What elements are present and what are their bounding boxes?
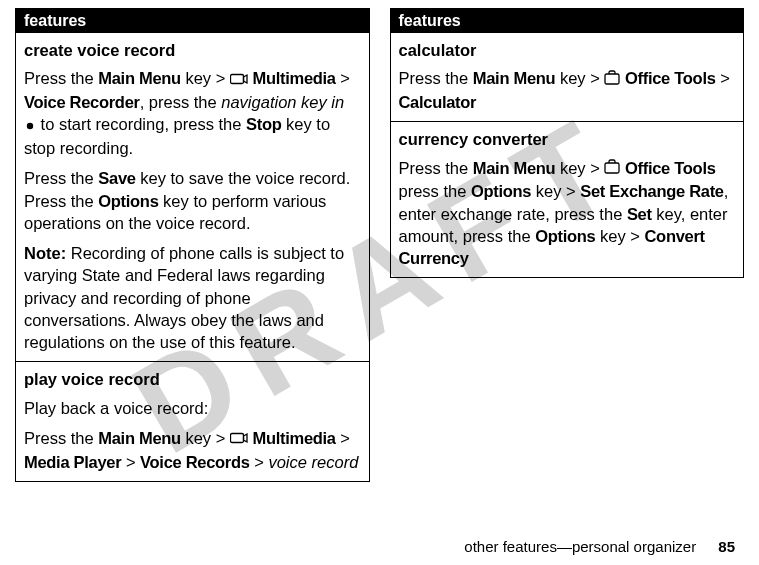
text-run: > [336,69,350,87]
right-column: features calculatorPress the Main Menu k… [390,8,745,278]
feature-cell: currency converterPress the Main Menu ke… [391,122,744,278]
feature-paragraph: Press the Save key to save the voice rec… [24,167,361,234]
text-run: navigation key in [221,93,344,111]
text-run: > [250,453,269,471]
page-number: 85 [718,538,735,555]
svg-rect-3 [605,74,619,84]
text-run: Main Menu [98,69,181,87]
text-run: Multimedia [253,429,336,447]
text-run: key > [181,69,230,87]
text-run: Press the [24,429,98,447]
right-header: features [391,9,744,33]
svg-rect-4 [605,163,619,173]
right-cells: calculatorPress the Main Menu key > Offi… [391,33,744,278]
text-run: Stop [246,115,281,133]
svg-point-1 [27,123,33,129]
left-header: features [16,9,369,33]
feature-title: calculator [399,39,736,61]
multimedia-icon [230,428,248,450]
feature-paragraph: Press the Main Menu key > Office Tools >… [399,67,736,113]
text-run: Play back a voice record: [24,399,208,417]
text-run: key > [531,182,580,200]
text-run: Press the [24,169,98,187]
text-run: Office Tools [625,159,716,177]
svg-rect-0 [230,74,243,83]
text-run: press the [399,182,471,200]
feature-title: play voice record [24,368,361,390]
feature-cell: calculatorPress the Main Menu key > Offi… [391,33,744,122]
feature-paragraph: Play back a voice record: [24,397,361,419]
text-run: Press the [399,159,473,177]
feature-paragraph: Press the Main Menu key > Multimedia > V… [24,67,361,159]
office-icon [604,158,620,180]
page-footer: other features—personal organizer 85 [464,538,735,555]
text-run: Main Menu [98,429,181,447]
text-run: Save [98,169,135,187]
text-run: Set [627,205,652,223]
text-run: Main Menu [473,69,556,87]
dot-icon [24,115,36,137]
text-run: Press the [24,69,98,87]
feature-paragraph: Press the Main Menu key > Multimedia > M… [24,427,361,473]
text-run: Main Menu [473,159,556,177]
text-run: Options [535,227,595,245]
feature-cell: play voice recordPlay back a voice recor… [16,362,369,482]
text-run: key > [181,429,230,447]
text-run: Voice Recorder [24,93,140,111]
text-run: key > [555,69,604,87]
text-run: Calculator [399,93,477,111]
text-run: to start recording, press the [36,115,246,133]
text-run: key > [555,159,604,177]
office-icon [604,69,620,91]
feature-title: create voice record [24,39,361,61]
text-run: Media Player [24,453,121,471]
text-run: Recording of phone calls is subject to v… [24,244,344,351]
left-column: features create voice recordPress the Ma… [15,8,370,482]
text-run: key > [595,227,644,245]
text-run: Options [98,192,158,210]
text-run: > [716,69,730,87]
text-run: , press the [140,93,222,111]
text-run: Voice Records [140,453,250,471]
text-run: Note: [24,244,66,262]
text-run: > [121,453,140,471]
text-run: Office Tools [625,69,716,87]
feature-cell: create voice recordPress the Main Menu k… [16,33,369,362]
two-column-layout: features create voice recordPress the Ma… [15,8,744,482]
multimedia-icon [230,69,248,91]
left-cells: create voice recordPress the Main Menu k… [16,33,369,482]
text-run: Options [471,182,531,200]
footer-text: other features—personal organizer [464,538,696,555]
feature-paragraph: Note: Recording of phone calls is subjec… [24,242,361,353]
text-run: Set Exchange Rate [580,182,723,200]
text-run: Multimedia [253,69,336,87]
svg-rect-2 [230,434,243,443]
feature-title: currency converter [399,128,736,150]
feature-paragraph: Press the Main Menu key > Office Tools p… [399,157,736,270]
text-run: Press the [399,69,473,87]
text-run: voice record [268,453,358,471]
text-run: > [336,429,350,447]
